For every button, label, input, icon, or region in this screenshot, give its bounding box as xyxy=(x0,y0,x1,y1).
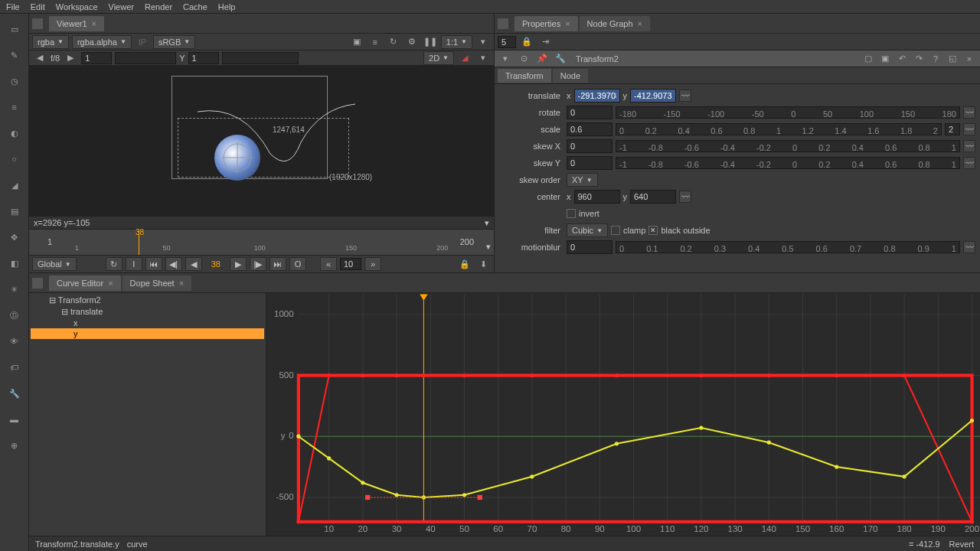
tree-node-y[interactable]: y xyxy=(31,328,264,339)
skeworder-dropdown[interactable]: XY▼ xyxy=(567,173,598,187)
viewer-canvas[interactable]: 1247,614 (1920x1280) xyxy=(29,66,494,216)
zoom-dropdown[interactable]: 1:1▼ xyxy=(441,35,472,49)
collapse-icon[interactable]: ▾ xyxy=(498,52,513,66)
tool-transform[interactable]: ✥ xyxy=(7,230,22,245)
filter-dropdown[interactable]: Cubic▼ xyxy=(567,223,608,237)
step-back-button[interactable]: ◀ xyxy=(185,257,202,271)
tool-other[interactable]: ▬ xyxy=(7,412,22,427)
scale-anim-button[interactable]: 〰 xyxy=(963,123,975,135)
translate-anim-button[interactable]: 〰 xyxy=(679,90,691,102)
center-anim-button[interactable]: 〰 xyxy=(679,191,691,203)
tool-image[interactable]: ▭ xyxy=(7,21,22,37)
chevron-down-icon[interactable]: ▾ xyxy=(475,35,491,49)
tool-toolsets[interactable]: 🔧 xyxy=(7,386,22,401)
viewer-mode-dropdown[interactable]: 2D▼ xyxy=(423,51,454,65)
menu-help[interactable]: Help xyxy=(218,2,236,11)
first-frame-button[interactable]: ⏮ xyxy=(145,257,162,271)
help-icon[interactable]: ? xyxy=(928,52,943,66)
panel-grip-icon[interactable] xyxy=(32,18,43,29)
tree-node-translate[interactable]: ⊟ translate xyxy=(31,306,264,318)
tool-keyer[interactable]: ◢ xyxy=(7,178,22,193)
menu-render[interactable]: Render xyxy=(145,2,172,11)
subtab-node[interactable]: Node xyxy=(553,69,588,83)
note-icon[interactable]: ▢ xyxy=(861,52,876,66)
close-node-icon[interactable]: × xyxy=(962,52,977,66)
increment-input[interactable] xyxy=(340,258,361,270)
clip-icon[interactable]: ▣ xyxy=(349,35,364,49)
menu-edit[interactable]: Edit xyxy=(31,2,45,11)
center-icon[interactable]: ⊙ xyxy=(516,52,531,66)
prev-icon[interactable]: ◀ xyxy=(32,51,47,65)
revert-button[interactable]: Revert xyxy=(949,540,974,549)
flipbook-icon[interactable]: ⬇ xyxy=(475,257,491,271)
fstop-input[interactable] xyxy=(81,52,112,64)
close-icon[interactable]: × xyxy=(565,19,570,28)
playback-mode-dropdown[interactable]: Global▼ xyxy=(32,257,77,271)
translate-y-input[interactable] xyxy=(630,89,676,103)
tool-particles[interactable]: ✳ xyxy=(7,282,22,297)
max-panels-input[interactable] xyxy=(498,36,516,48)
loop-button[interactable]: ↻ xyxy=(106,257,122,271)
close-icon[interactable]: × xyxy=(92,19,96,28)
skewy-slider[interactable]: -1-0.8-0.6-0.4-0.200.20.40.60.81 xyxy=(616,157,960,169)
panel-grip-icon[interactable] xyxy=(498,18,508,29)
close-icon[interactable]: × xyxy=(638,19,642,28)
panel-grip-icon[interactable] xyxy=(32,278,43,289)
gamma-input[interactable] xyxy=(188,52,219,64)
close-icon[interactable]: × xyxy=(179,279,184,288)
in-point-button[interactable]: I xyxy=(126,257,142,271)
skip-back-button[interactable]: « xyxy=(320,257,337,271)
pause-icon[interactable]: ❚❚ xyxy=(423,35,438,49)
prev-key-button[interactable]: ◀| xyxy=(165,257,182,271)
tool-color[interactable]: ◐ xyxy=(7,126,22,141)
skewy-input[interactable] xyxy=(567,156,612,170)
wrench-icon[interactable]: 🔧 xyxy=(553,52,568,66)
lock-icon[interactable]: 🔒 xyxy=(457,257,472,271)
tool-channel[interactable]: ≡ xyxy=(7,99,22,115)
tool-all[interactable]: ⊕ xyxy=(7,438,22,453)
next-icon[interactable]: ▶ xyxy=(63,51,78,65)
pin-icon[interactable]: 📌 xyxy=(534,52,550,66)
colorspace-dropdown[interactable]: sRGB▼ xyxy=(153,35,195,49)
note2-icon[interactable]: ▣ xyxy=(877,52,893,66)
skewx-slider[interactable]: -1-0.8-0.6-0.4-0.200.20.40.60.81 xyxy=(616,140,960,152)
center-y-input[interactable] xyxy=(630,190,676,204)
tree-node-x[interactable]: x xyxy=(31,318,264,328)
channel-dropdown[interactable]: rgba▼ xyxy=(32,35,69,49)
invert-checkbox[interactable] xyxy=(567,209,576,218)
chevron-down-icon[interactable]: ▾ xyxy=(475,51,491,65)
menu-workspace[interactable]: Workspace xyxy=(56,2,98,11)
clear-icon[interactable]: ⇥ xyxy=(537,35,553,49)
tool-merge[interactable]: ▤ xyxy=(7,204,22,219)
curve-graph[interactable]: 1020304050607080901001101201301401501601… xyxy=(266,293,980,536)
black-outside-checkbox[interactable] xyxy=(648,226,658,235)
skewx-anim-button[interactable]: 〰 xyxy=(963,140,975,152)
scale-slider[interactable]: 00.20.40.60.811.21.41.61.82 xyxy=(616,123,942,135)
timeline-ruler[interactable]: 1 38 1 50 100 150 200 200 ▾ xyxy=(29,230,494,256)
fstop-slider[interactable] xyxy=(115,52,176,64)
ip-button[interactable]: IP xyxy=(135,35,150,49)
tab-properties[interactable]: Properties × xyxy=(514,16,578,31)
menu-cache[interactable]: Cache xyxy=(183,2,207,11)
out-point-button[interactable]: O xyxy=(289,257,306,271)
lock-icon[interactable]: 🔒 xyxy=(519,35,534,49)
tree-node-transform2[interactable]: ⊟ Transform2 xyxy=(31,295,264,306)
play-button[interactable]: ▶ xyxy=(230,257,247,271)
chevron-down-icon[interactable]: ▾ xyxy=(486,242,491,252)
skewy-anim-button[interactable]: 〰 xyxy=(963,157,975,169)
tool-draw[interactable]: ✎ xyxy=(7,47,22,63)
gear-icon[interactable]: ⚙ xyxy=(404,35,420,49)
tool-metadata[interactable]: 🏷 xyxy=(7,360,22,375)
gamma-slider[interactable] xyxy=(222,52,299,64)
float-icon[interactable]: ◱ xyxy=(945,52,960,66)
motionblur-anim-button[interactable]: 〰 xyxy=(963,241,975,253)
tool-views[interactable]: 👁 xyxy=(7,334,22,349)
scale-split-input[interactable] xyxy=(945,123,960,135)
tool-filter[interactable]: ○ xyxy=(7,152,22,167)
rotate-slider[interactable]: -180-150-100-50050100150180 xyxy=(616,106,960,119)
skewx-input[interactable] xyxy=(567,139,612,153)
tab-curve-editor[interactable]: Curve Editor × xyxy=(49,276,121,291)
tab-nodegraph[interactable]: Node Graph × xyxy=(580,16,650,31)
rotate-anim-button[interactable]: 〰 xyxy=(963,106,975,119)
list-icon[interactable]: ≡ xyxy=(368,35,383,49)
